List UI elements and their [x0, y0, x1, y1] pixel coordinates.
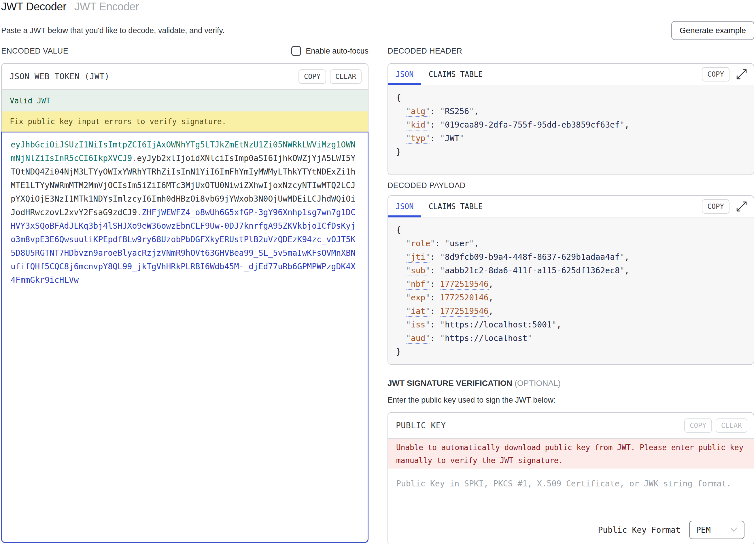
json-value: "https://localhost" — [440, 333, 532, 343]
json-value: "RS256" — [440, 107, 474, 116]
jwt-token-text: eyJhbGciOiJSUzI1NiIsImtpZCI6IjAxOWNhYTg5… — [11, 138, 358, 287]
json-value: "user" — [445, 239, 474, 248]
jwt-clear-button[interactable]: CLEAR — [330, 69, 362, 84]
chevron-down-icon — [729, 525, 739, 535]
decoded-header-tab-claims-table[interactable]: CLAIMS TABLE — [421, 64, 490, 85]
json-value: "https://localhost:5001" — [440, 320, 557, 329]
public-key-copy-button[interactable]: COPY — [684, 418, 712, 433]
jwt-token-input[interactable]: eyJhbGciOiJSUzI1NiIsImtpZCI6IjAxOWNhYTg5… — [1, 132, 368, 543]
json-value: 1772519546 — [440, 306, 489, 317]
json-claim-line: "alg": "RS256", — [396, 105, 754, 118]
json-claim-line: "aud": "https://localhost" — [396, 331, 754, 345]
json-value: 1772519546 — [440, 279, 489, 290]
autofocus-label: Enable auto-focus — [306, 47, 368, 56]
signature-warning-banner: Fix public key input errors to verify si… — [2, 112, 368, 132]
json-line: { — [396, 223, 754, 237]
decoded-payload-tab-json[interactable]: JSON — [388, 196, 421, 217]
json-value: 1772520146 — [440, 293, 489, 303]
valid-jwt-banner: Valid JWT — [2, 90, 368, 112]
public-key-error-banner: Unable to automatically download public … — [388, 439, 754, 469]
json-key: "sub" — [406, 266, 430, 276]
decoded-payload-card: JSON CLAIMS TABLE COPY {"role": "user","… — [388, 195, 754, 365]
json-key: "kid" — [406, 120, 430, 131]
json-value: "019caa89-2dfa-755f-95dd-eb3859cf63ef" — [440, 120, 625, 130]
json-claim-line: "sub": "aabb21c2-8da6-411f-a115-625df136… — [396, 264, 754, 277]
public-key-card: PUBLIC KEY COPY CLEAR Unable to automati… — [388, 412, 754, 544]
json-key: "exp" — [406, 293, 430, 303]
public-key-error-line: Unable to automatically download public … — [396, 441, 746, 454]
public-key-card-title: PUBLIC KEY — [396, 421, 446, 430]
json-key: "role" — [406, 239, 435, 248]
enable-autofocus-control[interactable]: Enable auto-focus — [291, 46, 368, 56]
decoded-payload-expand-icon[interactable] — [735, 200, 748, 213]
public-key-format-select[interactable]: PEM — [689, 521, 744, 539]
decoded-header-tab-json[interactable]: JSON — [388, 64, 421, 85]
jwt-separator-dot: . — [137, 208, 142, 217]
jwt-separator-dot: . — [132, 154, 137, 163]
tab-jwt-encoder[interactable]: JWT Encoder — [74, 1, 139, 13]
decoded-header-card: JSON CLAIMS TABLE COPY {"alg": "RS256","… — [388, 63, 754, 175]
jwt-input-card: JSON WEB TOKEN (JWT) COPY CLEAR Valid JW… — [1, 63, 368, 543]
json-claim-line: "iss": "https://localhost:5001", — [396, 318, 754, 331]
json-claim-line: "jti": "8d9fcb09-b9a4-448f-8637-629b1ada… — [396, 250, 754, 264]
json-claim-line: "nbf": 1772519546, — [396, 277, 754, 291]
autofocus-checkbox[interactable] — [291, 46, 301, 56]
json-line: } — [396, 145, 754, 159]
optional-label: (OPTIONAL) — [515, 379, 561, 388]
json-claim-line: "iat": 1772519546, — [396, 304, 754, 318]
decoded-header-json: {"alg": "RS256","kid": "019caa89-2dfa-75… — [388, 85, 754, 175]
json-claim-line: "exp": 1772520146, — [396, 291, 754, 304]
json-key: "iss" — [406, 320, 430, 330]
intro-row: Paste a JWT below that you'd like to dec… — [1, 21, 754, 40]
public-key-format-row: Public Key Format PEM — [388, 514, 754, 544]
jwt-signature-segment: ZHFjWEWFZ4_o8wUh6G5xfGP-3gY96Xnhp1sg7wn7… — [11, 208, 356, 285]
decoded-payload-tab-claims-table[interactable]: CLAIMS TABLE — [421, 196, 490, 217]
json-line: } — [396, 345, 754, 358]
decoded-header-expand-icon[interactable] — [735, 68, 748, 81]
encoded-value-label: ENCODED VALUE — [1, 47, 68, 56]
decoded-header-copy-button[interactable]: COPY — [702, 67, 729, 82]
app-title-bar: JWT Decoder JWT Encoder — [1, 1, 754, 15]
public-key-input[interactable]: Public Key in SPKI, PKCS #1, X.509 Certi… — [388, 469, 754, 514]
json-key: "jti" — [406, 252, 430, 263]
jwt-card-title: JSON WEB TOKEN (JWT) — [10, 72, 109, 81]
decoded-payload-json: {"role": "user","jti": "8d9fcb09-b9a4-44… — [388, 218, 754, 364]
jwt-decoder-page: JWT Decoder JWT Encoder Paste a JWT belo… — [0, 0, 756, 544]
json-key: "nbf" — [406, 279, 430, 290]
tab-jwt-decoder[interactable]: JWT Decoder — [1, 1, 66, 13]
generate-example-button[interactable]: Generate example — [671, 21, 754, 40]
encoded-column: ENCODED VALUE Enable auto-focus JSON WEB… — [1, 46, 368, 544]
json-claim-line: "typ": "JWT" — [396, 132, 754, 145]
public-key-error-line: manually to verify the JWT signature. — [396, 454, 746, 467]
json-value: "aabb21c2-8da6-411f-a115-625df1362ec8" — [440, 266, 625, 275]
public-key-placeholder: Public Key in SPKI, PKCS #1, X.509 Certi… — [396, 479, 731, 488]
public-key-clear-button[interactable]: CLEAR — [716, 418, 747, 433]
public-key-instruction: Enter the public key used to sign the JW… — [388, 396, 754, 405]
public-key-format-label: Public Key Format — [598, 525, 681, 535]
json-key: "alg" — [406, 107, 430, 117]
decoded-column: DECODED HEADER JSON CLAIMS TABLE COPY — [388, 46, 754, 544]
decoded-header-label: DECODED HEADER — [388, 47, 462, 56]
decoded-payload-copy-button[interactable]: COPY — [702, 199, 729, 214]
json-claim-line: "kid": "019caa89-2dfa-755f-95dd-eb3859cf… — [396, 118, 754, 132]
json-key: "iat" — [406, 306, 430, 317]
json-key: "aud" — [406, 333, 430, 344]
json-line: { — [396, 91, 754, 105]
decoded-payload-label: DECODED PAYLOAD — [388, 181, 466, 190]
public-key-format-value: PEM — [696, 525, 711, 535]
page-subtitle: Paste a JWT below that you'd like to dec… — [1, 26, 225, 35]
json-value: "8d9fcb09-b9a4-448f-8637-629b1adaa4af" — [440, 252, 625, 262]
signature-verification-heading: JWT SIGNATURE VERIFICATION (OPTIONAL) — [388, 379, 754, 388]
json-key: "typ" — [406, 134, 430, 144]
jwt-copy-button[interactable]: COPY — [298, 69, 326, 84]
json-value: "JWT" — [440, 134, 464, 143]
json-claim-line: "role": "user", — [396, 237, 754, 250]
